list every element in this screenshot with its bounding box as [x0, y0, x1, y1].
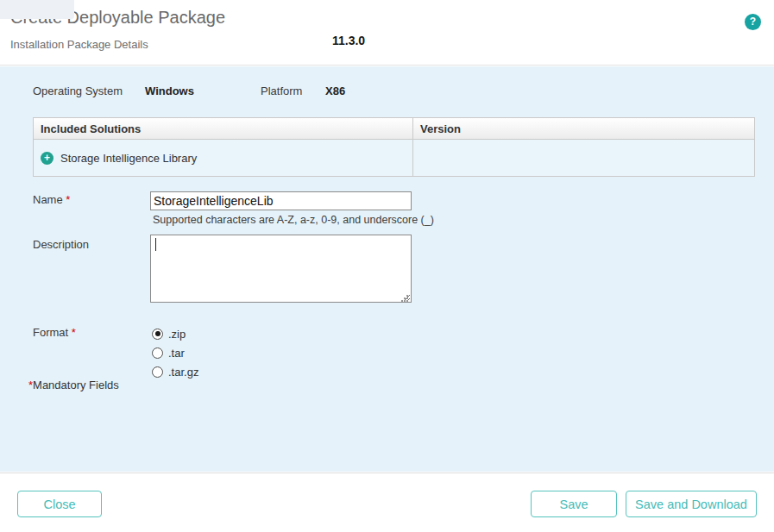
required-asterisk: *: [66, 193, 70, 206]
required-asterisk: *: [72, 326, 76, 339]
column-header-version: Version: [413, 118, 754, 139]
expand-plus-icon[interactable]: +: [41, 152, 53, 165]
format-option-tar[interactable]: .tar: [152, 343, 198, 362]
radio-label-targz: .tar.gz: [168, 366, 198, 379]
save-and-download-button[interactable]: Save and Download: [626, 491, 757, 517]
radio-button-targz[interactable]: [152, 366, 163, 378]
radio-button-tar[interactable]: [152, 347, 163, 359]
dialog-header: Create Deployable Package Installation P…: [0, 0, 774, 66]
solution-version-cell: [413, 140, 754, 176]
operating-system-value: Windows: [145, 84, 194, 97]
name-input[interactable]: [150, 191, 412, 210]
help-icon[interactable]: ?: [745, 14, 761, 30]
description-textarea[interactable]: [150, 235, 412, 303]
radio-button-zip[interactable]: [152, 329, 163, 340]
mandatory-fields-note: *Mandatory Fields: [28, 379, 119, 391]
operating-system-label: Operating System: [33, 84, 123, 97]
solution-name-cell: + Storage Intelligence Library: [34, 140, 413, 176]
platform-value: X86: [325, 84, 345, 97]
table-row[interactable]: + Storage Intelligence Library: [34, 140, 754, 176]
page-subtitle: Installation Package Details: [10, 38, 148, 51]
format-label: Format *: [33, 326, 76, 339]
solution-name: Storage Intelligence Library: [60, 152, 197, 165]
save-button[interactable]: Save: [531, 491, 617, 517]
column-header-included-solutions: Included Solutions: [34, 118, 413, 139]
included-solutions-table: Included Solutions Version + Storage Int…: [33, 117, 755, 177]
platform-label: Platform: [261, 84, 302, 97]
format-option-targz[interactable]: .tar.gz: [152, 362, 198, 381]
create-deployable-package-dialog: Create Deployable Package Installation P…: [0, 0, 774, 532]
format-radio-group: .zip .tar .tar.gz: [152, 324, 198, 381]
dialog-footer: Close Save Save and Download: [0, 473, 774, 532]
name-label: Name *: [33, 193, 70, 206]
close-button[interactable]: Close: [17, 491, 102, 517]
package-version: 11.3.0: [332, 34, 365, 47]
radio-label-tar: .tar: [168, 347, 185, 360]
format-option-zip[interactable]: .zip: [152, 324, 198, 343]
radio-label-zip: .zip: [168, 328, 186, 341]
table-header-row: Included Solutions Version: [34, 118, 754, 140]
name-helper-text: Supported characters are A-Z, a-z, 0-9, …: [153, 214, 434, 226]
description-label: Description: [33, 238, 89, 251]
tooltip-artifact-overlay: [0, 0, 74, 19]
